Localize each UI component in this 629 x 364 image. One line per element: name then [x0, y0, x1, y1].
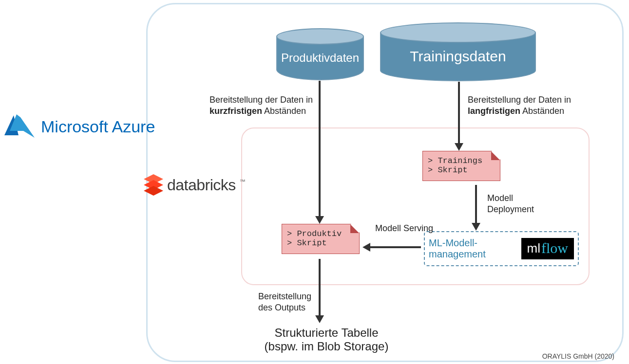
ml-model-management-label: ML-Modell-management [429, 237, 516, 260]
training-script-line2: > Skript [428, 165, 495, 175]
output-table-title: Strukturierte Tabelle (bspw. im Blob Sto… [239, 326, 414, 353]
caption-model-deployment: Modell Deployment [487, 193, 555, 215]
svg-marker-4 [144, 186, 163, 196]
output-line1: Strukturierte Tabelle [239, 326, 414, 340]
productive-data-cylinder: Produktivdaten [276, 28, 364, 81]
trademark-symbol: ™ [240, 178, 246, 185]
arrow-script-to-mlflow [475, 185, 477, 224]
productive-script-note: > Produktiv > Skript [282, 224, 360, 254]
productive-script-line1: > Produktiv [287, 229, 354, 238]
arrowhead-script-to-mlflow [472, 223, 480, 231]
databricks-logo-text: databricks [167, 176, 236, 194]
arrowhead-train-to-script [455, 143, 463, 151]
mlflow-ml-text: ml [527, 241, 540, 256]
caption-output-provision: Bereitstellung des Outputs [258, 291, 317, 313]
productive-script-line2: > Skript [287, 238, 354, 248]
training-data-cylinder: Trainingsdaten [380, 22, 536, 82]
arrowhead-script-to-output [315, 315, 324, 323]
arrowhead-prod-to-script [315, 216, 324, 224]
output-line2: (bspw. im Blob Storage) [239, 340, 414, 353]
productive-data-label: Produktivdaten [281, 51, 359, 65]
arrow-train-to-script [458, 82, 460, 144]
microsoft-azure-logo: Microsoft Azure [4, 114, 155, 139]
azure-icon [4, 114, 35, 139]
azure-logo-text: Microsoft Azure [41, 117, 155, 136]
training-script-line1: > Trainings [428, 156, 495, 165]
caption-model-serving: Modell Serving [375, 223, 434, 234]
arrow-script-to-output [319, 259, 321, 316]
arrow-prod-to-script [319, 81, 321, 217]
databricks-logo: databricks ™ [144, 174, 246, 196]
ml-model-management-box: ML-Modell-management mlflow [424, 231, 579, 266]
arrowhead-mlflow-to-prodscript [362, 243, 370, 252]
caption-train-provision: Bereitstellung der Daten in langfristige… [468, 94, 580, 116]
mlflow-flow-text: flow [541, 240, 568, 256]
arrow-mlflow-to-prodscript [370, 246, 421, 248]
training-data-label: Trainingsdaten [410, 48, 506, 65]
mlflow-logo: mlflow [521, 238, 574, 259]
databricks-icon [144, 174, 163, 196]
training-script-note: > Trainings > Skript [422, 151, 500, 181]
attribution-text: ORAYLIS GmbH (2020) [542, 352, 614, 360]
caption-prod-provision: Bereitstellung der Daten in kurzfristige… [210, 94, 317, 116]
